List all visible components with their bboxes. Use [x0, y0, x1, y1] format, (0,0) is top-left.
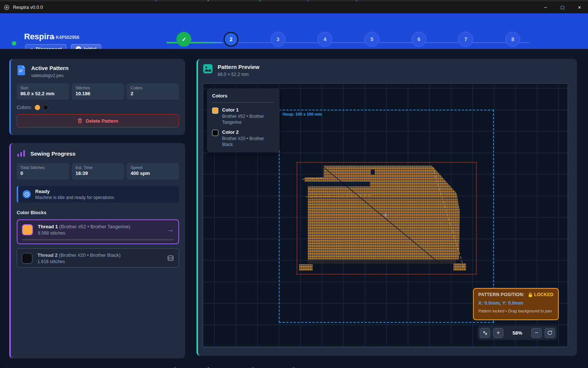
- arrow-right-icon[interactable]: →: [167, 226, 174, 234]
- pattern-preview-card: Pattern Preview 86.0 × 52.2 mm Hoop: 100…: [196, 59, 577, 356]
- pattern-dimensions: 86.0 × 52.2 mm: [218, 72, 260, 77]
- connection-status-dot: [12, 41, 16, 46]
- file-icon: [17, 65, 26, 75]
- app-window: Respira v0.0.0 − □ × Respira • K4P502956…: [0, 0, 588, 368]
- minimize-button[interactable]: −: [537, 1, 554, 13]
- layers-icon: [167, 255, 174, 262]
- delete-pattern-button[interactable]: Delete Pattern: [17, 114, 179, 127]
- thread-1-swatch: [22, 224, 33, 235]
- maximize-button[interactable]: □: [554, 1, 571, 13]
- main-content: Active Pattern valetudogv2.pes Size 86.0…: [0, 49, 588, 367]
- legend-color-1: Color 1 Brother #52 • Brother Tangerine: [212, 107, 274, 125]
- stat-stitches: Stitches 10.186: [72, 83, 124, 100]
- status-desc: Machine is idle and ready for operations: [35, 195, 114, 200]
- lock-icon: [528, 292, 532, 297]
- fit-view-button[interactable]: [480, 328, 490, 338]
- pattern-filename: valetudogv2.pes: [31, 73, 69, 78]
- thread-2-swatch: [22, 253, 33, 264]
- stat-size: Size 86.0 x 52.2 mm: [17, 83, 69, 100]
- colors-label: Colors:: [17, 105, 32, 110]
- machine-serial: • K4P502956: [53, 35, 79, 40]
- check-icon: ✓: [182, 36, 186, 43]
- stat-colors: Colors 2: [127, 83, 179, 100]
- color-swatch-tangerine: [35, 105, 40, 110]
- hoop-label: Hoop: 100 x 100 mm: [283, 112, 322, 116]
- legend-color-2: Color 2 Brother #20 • Brother Black: [212, 129, 274, 147]
- zoom-in-button[interactable]: +: [493, 328, 503, 338]
- zoom-level: 58%: [506, 330, 528, 336]
- active-pattern-card: Active Pattern valetudogv2.pes Size 86.0…: [9, 59, 185, 135]
- refresh-icon: [547, 330, 552, 335]
- clock-icon: [23, 190, 31, 198]
- stat-total-stitches: Total Stitches 0: [17, 163, 69, 179]
- thread-2-block[interactable]: Thread 2 (Brother #20 • Brother Black) 1…: [17, 248, 179, 268]
- brand-name: Respira: [24, 32, 54, 42]
- zoom-toolbar: + 58% −: [478, 326, 557, 340]
- image-icon: [203, 64, 213, 74]
- bar-chart-icon: [17, 149, 26, 158]
- zoom-out-button[interactable]: −: [531, 328, 542, 338]
- color-swatch-black: [43, 105, 48, 110]
- pattern-position-label: PATTERN POSITION:: [478, 292, 525, 297]
- thread-1-block[interactable]: Thread 1 (Brother #52 • Brother Tangerin…: [17, 219, 179, 244]
- thread-1-progress: [22, 239, 174, 241]
- locked-badge: LOCKED: [534, 292, 554, 297]
- hoop-center-crosshair: +: [381, 211, 390, 219]
- header: Respira • K4P502956 × Disconnect ✓ Initi…: [0, 13, 588, 49]
- window-title: Respira v0.0.0: [13, 5, 43, 10]
- color-blocks-label: Color Blocks: [17, 210, 179, 215]
- colors-legend: Colors Color 1 Brother #52 • Brother Tan…: [207, 89, 280, 152]
- close-button[interactable]: ×: [571, 1, 588, 13]
- reset-view-button[interactable]: [545, 328, 555, 338]
- pan-hint: Pattern locked • Drag background to pan: [478, 309, 554, 313]
- sewing-progress-card: Sewing Progress Total Stitches 0 Est. Ti…: [9, 143, 185, 358]
- trash-icon: [77, 118, 82, 123]
- legend-swatch-1: [212, 107, 218, 114]
- sewing-progress-title: Sewing Progress: [30, 150, 76, 157]
- stat-est-time: Est. Time 16:39: [72, 163, 124, 179]
- legend-swatch-2: [212, 130, 218, 136]
- titlebar: Respira v0.0.0 − □ ×: [0, 1, 588, 13]
- stat-speed: Speed 400 spm: [127, 163, 179, 179]
- pattern-preview-title: Pattern Preview: [218, 64, 260, 70]
- preview-canvas[interactable]: Hoop: 100 x 100 mm: [203, 83, 568, 347]
- active-pattern-title: Active Pattern: [31, 65, 69, 71]
- app-icon: [4, 4, 10, 10]
- pattern-position-overlay: PATTERN POSITION: LOCKED X: 0.0mm, Y: 0.…: [473, 288, 559, 320]
- machine-status-banner: Ready Machine is idle and ready for oper…: [17, 186, 179, 203]
- status-title: Ready: [35, 189, 114, 194]
- pattern-coordinates: X: 0.0mm, Y: 0.0mm: [478, 300, 554, 306]
- fit-view-icon: [483, 331, 488, 335]
